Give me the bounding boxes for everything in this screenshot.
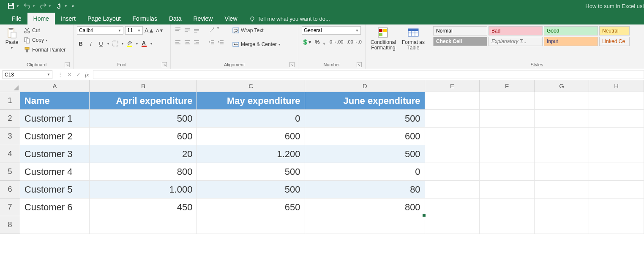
percent-icon[interactable]: % (315, 39, 320, 45)
redo-icon[interactable] (40, 3, 46, 9)
chevron-down-icon[interactable]: ▾ (217, 26, 219, 34)
tab-insert[interactable]: Insert (55, 13, 82, 24)
cell[interactable]: Customer 4 (20, 163, 90, 181)
fill-color-button[interactable] (126, 40, 134, 47)
paste-button[interactable]: Paste ▼ (3, 26, 20, 51)
cell[interactable] (425, 216, 480, 234)
cell[interactable]: Customer 5 (20, 181, 90, 198)
tab-data[interactable]: Data (163, 13, 188, 24)
cell[interactable] (480, 198, 535, 216)
cell[interactable]: Name (20, 92, 90, 110)
cell[interactable] (535, 216, 589, 234)
chevron-down-icon[interactable]: ▾ (122, 42, 123, 46)
redo-dropdown-icon[interactable]: ▼ (48, 4, 52, 8)
accounting-icon[interactable]: 💲▾ (302, 39, 311, 45)
cell[interactable] (589, 181, 644, 198)
cell[interactable] (535, 110, 589, 128)
style-linked-cell[interactable]: Linked Ce (599, 37, 630, 46)
cell[interactable] (425, 163, 480, 181)
options-icon[interactable]: ⋮ (57, 71, 63, 78)
cell[interactable] (480, 216, 535, 234)
col-header[interactable]: B (90, 80, 197, 92)
chevron-down-icon[interactable]: ▾ (136, 42, 138, 46)
touch-dropdown-icon[interactable]: ▼ (64, 4, 68, 8)
cell[interactable] (535, 163, 589, 181)
merge-center-button[interactable]: Merge & Center ▾ (232, 40, 281, 49)
row-header[interactable]: 8 (0, 216, 20, 234)
cell[interactable] (480, 181, 535, 198)
cell[interactable] (480, 92, 535, 110)
enter-icon[interactable]: ✓ (76, 71, 81, 78)
cell[interactable]: 500 (197, 181, 305, 198)
tell-me[interactable]: Tell me what you want to do... (243, 13, 336, 24)
cell[interactable]: May expenditure (197, 92, 305, 110)
align-bottom-icon[interactable] (193, 26, 200, 34)
cell[interactable] (425, 110, 480, 128)
qat-custom-icon[interactable]: ▾ (72, 4, 74, 8)
cell[interactable] (535, 145, 589, 163)
name-box[interactable]: C13▼ (3, 70, 52, 79)
format-as-table-button[interactable]: Format as Table (400, 26, 426, 52)
bold-button[interactable]: B (77, 40, 85, 47)
shrink-font-icon[interactable]: A▼ (156, 28, 164, 33)
cell[interactable]: April expenditure (90, 92, 197, 110)
align-top-icon[interactable] (174, 26, 182, 34)
cell[interactable]: Customer 1 (20, 110, 90, 128)
save-icon[interactable] (8, 3, 14, 9)
font-name-select[interactable]: Calibri▼ (77, 26, 123, 35)
font-color-button[interactable]: A (140, 40, 148, 47)
cell[interactable] (589, 92, 644, 110)
style-neutral[interactable]: Neutral (599, 26, 630, 35)
col-header[interactable]: E (425, 80, 480, 92)
underline-button[interactable]: U (97, 40, 105, 47)
dialog-launcher-icon[interactable]: ↘ (65, 62, 70, 67)
cell[interactable] (589, 216, 644, 234)
cell[interactable] (425, 145, 480, 163)
format-painter-button[interactable]: Format Painter (23, 46, 66, 54)
italic-button[interactable]: I (87, 40, 95, 47)
row-header[interactable]: 1 (0, 92, 20, 110)
cell[interactable]: Customer 6 (20, 198, 90, 216)
cell[interactable] (197, 216, 305, 234)
cell[interactable] (480, 128, 535, 145)
cell[interactable] (535, 181, 589, 198)
qat-dropdown-icon[interactable]: ▼ (16, 4, 19, 8)
cell[interactable] (535, 92, 589, 110)
cut-button[interactable]: Cut (23, 26, 66, 35)
undo-dropdown-icon[interactable]: ▼ (32, 4, 35, 8)
dialog-launcher-icon[interactable]: ↘ (357, 62, 362, 67)
style-bad[interactable]: Bad (488, 26, 543, 35)
chevron-down-icon[interactable]: ▾ (107, 42, 109, 46)
col-header[interactable]: A (20, 80, 90, 92)
tab-page-layout[interactable]: Page Layout (82, 13, 127, 24)
cell[interactable] (480, 163, 535, 181)
tab-formulas[interactable]: Formulas (127, 13, 163, 24)
cell[interactable] (535, 128, 589, 145)
cell[interactable] (589, 198, 644, 216)
dialog-launcher-icon[interactable]: ↘ (289, 62, 295, 67)
row-header[interactable]: 4 (0, 145, 20, 163)
number-format-select[interactable]: General▼ (302, 26, 361, 35)
formula-input[interactable] (93, 70, 644, 79)
cell[interactable] (589, 145, 644, 163)
cell[interactable]: 600 (305, 128, 425, 145)
select-all-corner[interactable] (0, 80, 20, 92)
undo-icon[interactable] (24, 3, 30, 9)
cell[interactable]: 500 (197, 163, 305, 181)
col-header[interactable]: H (589, 80, 644, 92)
copy-button[interactable]: Copy ▾ (23, 36, 66, 44)
wrap-text-button[interactable]: Wrap Text (232, 26, 281, 35)
row-header[interactable]: 5 (0, 163, 20, 181)
cell[interactable] (589, 128, 644, 145)
chevron-down-icon[interactable]: ▾ (150, 42, 152, 46)
font-size-select[interactable]: 11▼ (125, 26, 143, 35)
align-right-icon[interactable] (193, 38, 200, 46)
col-header[interactable]: G (535, 80, 589, 92)
cell[interactable]: 1.200 (197, 145, 305, 163)
style-input[interactable]: Input (544, 37, 598, 46)
style-explanatory[interactable]: Explanatory T... (488, 37, 543, 46)
border-button[interactable] (112, 40, 119, 47)
conditional-formatting-button[interactable]: Conditional Formatting (369, 26, 398, 52)
row-header[interactable]: 2 (0, 110, 20, 128)
cell[interactable] (589, 163, 644, 181)
